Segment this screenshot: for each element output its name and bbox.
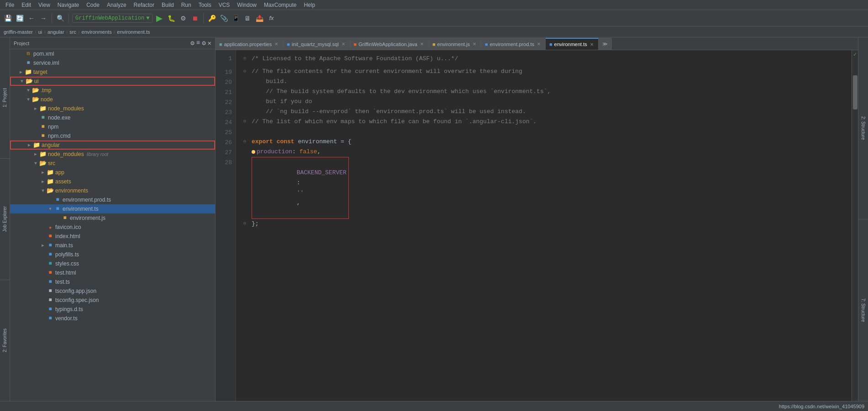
toolbar-forward-btn[interactable]: → bbox=[38, 13, 48, 23]
tree-item-tsconfig-app[interactable]: ■ tsconfig.app.json bbox=[10, 286, 215, 296]
tab-env-js[interactable]: ■ environment.js ✕ bbox=[429, 38, 481, 50]
menu-vcs[interactable]: VCS bbox=[215, 1, 234, 9]
toolbar-desktop-btn[interactable]: 🖥 bbox=[242, 13, 253, 23]
tree-item-polyfills[interactable]: ■ polyfills.ts bbox=[10, 250, 215, 259]
menu-edit[interactable]: Edit bbox=[18, 1, 35, 9]
tab-app-properties[interactable]: ■ application.properties ✕ bbox=[216, 38, 283, 50]
tree-item-angular-node-modules[interactable]: ▶ 📁 node_modules library root bbox=[10, 150, 215, 159]
toolbar-key-btn[interactable]: 🔑 bbox=[207, 13, 217, 23]
tree-item-vendor[interactable]: ■ vendor.ts bbox=[10, 314, 215, 323]
tab-griffin-java-close[interactable]: ✕ bbox=[419, 41, 425, 47]
toolbar-run-btn[interactable]: ▶ bbox=[154, 13, 164, 23]
left-panel-project[interactable]: 1: Project bbox=[2, 88, 7, 107]
menu-navigate[interactable]: Navigate bbox=[54, 1, 83, 9]
run-config-dropdown[interactable]: GriffinWebApplication ▼ bbox=[72, 14, 153, 23]
toolbar-save-btn[interactable]: 💾 bbox=[3, 13, 13, 23]
tree-item-tmp[interactable]: ▼ 📂 .tmp bbox=[10, 86, 215, 95]
code-area[interactable]: ⊖ /* Licensed to the Apache Software Fou… bbox=[236, 50, 852, 401]
tree-item-ui[interactable]: ▼ 📂 ui bbox=[10, 77, 215, 86]
tree-item-test-ts[interactable]: ■ test.ts bbox=[10, 277, 215, 286]
tree-item-env-ts[interactable]: ▼ ■ environment.ts bbox=[10, 204, 215, 213]
tab-env-js-close[interactable]: ✕ bbox=[472, 41, 477, 47]
toolbar-export-btn[interactable]: 📤 bbox=[254, 13, 264, 23]
toolbar-back-btn[interactable]: ← bbox=[26, 13, 37, 23]
menu-file[interactable]: File bbox=[2, 1, 18, 9]
fold-icon-1[interactable]: ⊖ bbox=[243, 54, 250, 64]
sidebar-gear-icon[interactable]: ⚙ bbox=[202, 39, 205, 47]
toolbar-config-btn[interactable]: ⚙ bbox=[178, 13, 188, 23]
menu-maxcompute[interactable]: MaxCompute bbox=[260, 1, 300, 9]
tab-init-sql-close[interactable]: ✕ bbox=[341, 41, 346, 47]
tab-init-sql[interactable]: ■ init_quartz_mysql.sql ✕ bbox=[283, 38, 350, 50]
breadcrumb-angular[interactable]: angular bbox=[47, 29, 64, 35]
tree-item-node-exe[interactable]: ■ node.exe bbox=[10, 113, 215, 122]
tree-item-test-html[interactable]: ■ test.html bbox=[10, 268, 215, 277]
toolbar-device-btn[interactable]: 📱 bbox=[231, 13, 241, 23]
tree-item-service[interactable]: ■ service.iml bbox=[10, 58, 215, 68]
sidebar-layout-icon[interactable]: ≡ bbox=[196, 39, 200, 47]
tab-env-prod-close[interactable]: ✕ bbox=[536, 41, 542, 47]
tree-item-typings[interactable]: ■ typings.d.ts bbox=[10, 305, 215, 314]
breadcrumb-ui[interactable]: ui bbox=[38, 29, 42, 35]
tree-item-npm-cmd[interactable]: ■ npm.cmd bbox=[10, 131, 215, 140]
sidebar-settings-icon[interactable]: ⚙ bbox=[190, 39, 194, 47]
sidebar-close-icon[interactable]: ✕ bbox=[208, 39, 211, 47]
toolbar-debug-btn[interactable]: 🐛 bbox=[166, 13, 176, 23]
toolbar-stop-btn[interactable]: ⏹ bbox=[190, 13, 200, 23]
fold-icon-19[interactable]: ⊖ bbox=[243, 67, 250, 77]
editor-content: 1 19 20 21 22 23 24 25 26 27 28 ⊖ /* Li bbox=[216, 50, 858, 401]
tree-item-src[interactable]: ▼ 📂 src bbox=[10, 159, 215, 168]
tree-item-index-html[interactable]: ■ index.html bbox=[10, 232, 215, 241]
tree-item-target[interactable]: ▶ 📁 target bbox=[10, 68, 215, 77]
tab-env-ts[interactable]: ■ environment.ts ✕ bbox=[546, 38, 599, 50]
tree-item-assets[interactable]: ▶ 📁 assets bbox=[10, 177, 215, 186]
left-panel-job[interactable]: Job Explorer bbox=[2, 206, 7, 232]
toolbar-fx-btn[interactable]: fx bbox=[266, 13, 276, 23]
scroll-thumb[interactable] bbox=[853, 75, 857, 109]
tab-app-props-close[interactable]: ✕ bbox=[274, 41, 279, 47]
tree-item-node[interactable]: ▼ 📂 node bbox=[10, 95, 215, 104]
breadcrumb-src[interactable]: src bbox=[69, 29, 76, 35]
panel-favorites-right[interactable]: 7: Structure bbox=[860, 296, 867, 325]
breadcrumb-project[interactable]: griffin-master bbox=[4, 29, 33, 35]
fold-icon-24[interactable]: ⊖ bbox=[243, 137, 250, 147]
toolbar-clip-btn[interactable]: 📎 bbox=[219, 13, 229, 23]
menu-tools[interactable]: Tools bbox=[195, 1, 215, 9]
breadcrumb-environments[interactable]: environments bbox=[82, 29, 112, 35]
menu-refactor[interactable]: Refactor bbox=[130, 1, 158, 9]
menu-view[interactable]: View bbox=[35, 1, 54, 9]
fold-icon-27[interactable]: ⊖ bbox=[243, 219, 250, 229]
tree-item-favicon[interactable]: ★ favicon.ico bbox=[10, 223, 215, 232]
tree-item-app[interactable]: ▶ 📁 app bbox=[10, 168, 215, 177]
tree-item-node-modules[interactable]: ▶ 📁 node_modules bbox=[10, 104, 215, 113]
tab-overflow[interactable]: ≫ bbox=[599, 38, 612, 50]
toolbar-sync-btn[interactable]: 🔄 bbox=[15, 13, 25, 23]
tree-item-pom[interactable]: m pom.xml bbox=[10, 49, 215, 58]
panel-structure-right[interactable]: 2: Structure bbox=[860, 114, 867, 143]
tab-env-ts-close[interactable]: ✕ bbox=[589, 42, 594, 47]
menu-code[interactable]: Code bbox=[83, 1, 103, 9]
tab-env-prod[interactable]: ■ environment.prod.ts ✕ bbox=[481, 38, 546, 50]
left-panel-favorites[interactable]: 2: Favorites bbox=[2, 328, 7, 352]
tree-item-environments[interactable]: ▼ 📂 environments bbox=[10, 186, 215, 195]
menu-help[interactable]: Help bbox=[300, 1, 319, 9]
tree-item-npm[interactable]: ■ npm bbox=[10, 122, 215, 131]
menu-build[interactable]: Build bbox=[158, 1, 178, 9]
tree-item-styles-css[interactable]: ■ styles.css bbox=[10, 259, 215, 268]
fold-icon-22[interactable]: ⊖ bbox=[243, 117, 250, 127]
spacer bbox=[39, 278, 47, 286]
tree-item-env-prod[interactable]: ■ environment.prod.ts bbox=[10, 195, 215, 204]
tree-item-angular[interactable]: ▶ 📁 angular bbox=[10, 140, 215, 150]
menu-analyze[interactable]: Analyze bbox=[103, 1, 130, 9]
spacer bbox=[32, 132, 39, 140]
tree-item-main-ts[interactable]: ▶ ■ main.ts bbox=[10, 241, 215, 250]
tree-item-tsconfig-spec[interactable]: ■ tsconfig.spec.json bbox=[10, 296, 215, 305]
spacer bbox=[54, 214, 61, 222]
toolbar-search-btn[interactable]: 🔍 bbox=[55, 13, 65, 23]
breadcrumb-file[interactable]: environment.ts bbox=[117, 29, 150, 35]
tab-griffin-java[interactable]: ■ GriffinWebApplication.java ✕ bbox=[350, 38, 429, 50]
menu-run[interactable]: Run bbox=[178, 1, 195, 9]
tab-env-js-label: environment.js bbox=[437, 42, 470, 47]
menu-window[interactable]: Window bbox=[233, 1, 260, 9]
tree-item-env-js[interactable]: ■ environment.js bbox=[10, 213, 215, 223]
